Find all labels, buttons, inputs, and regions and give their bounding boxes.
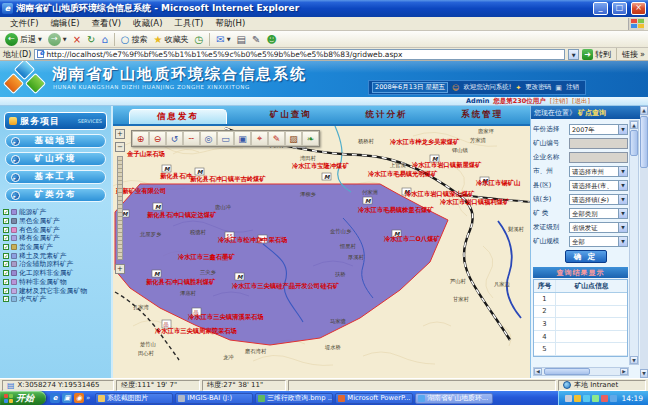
menu-item-1[interactable]: 编辑(E) [45,18,86,30]
mail-button[interactable]: ✉▼ [214,32,232,47]
mine-marker[interactable]: M [363,197,372,204]
map-pan-button[interactable]: + [115,264,125,274]
field-select-4[interactable]: 请选择县(市、▼ [569,180,628,191]
zoom-in-tool[interactable]: ⊕ [132,131,149,146]
task-button-4[interactable]: 湖南省矿山地质环... [415,393,493,404]
layer-item-3[interactable]: ✓稀有金属矿产 [3,234,108,243]
field-select-3[interactable]: 请选择市州▼ [569,166,628,177]
layer-checkbox[interactable]: ✓ [3,261,9,267]
hscroll-thumb[interactable] [544,368,590,375]
layer-checkbox[interactable]: ✓ [3,270,9,276]
layers-tree-tool[interactable]: ❧ [302,131,319,146]
draw-redline-tool[interactable]: ✎ [268,131,285,146]
mine-marker[interactable]: M [195,168,204,175]
menu-item-5[interactable]: 帮助(H) [209,18,251,30]
minimize-button[interactable]: _ [593,2,608,15]
full-extent-tool[interactable]: ◎ [200,131,217,146]
mine-marker[interactable]: M [162,165,171,172]
layer-checkbox[interactable]: ✓ [3,253,9,259]
mine-label[interactable]: 冷水江市锡矿山 [476,179,521,187]
show-desktop-icon[interactable]: ▣ [62,393,72,403]
history-button[interactable]: ◷ [193,32,206,47]
close-button[interactable]: × [631,2,646,15]
exit-bracket-link[interactable]: [退出] [572,97,590,106]
scroll-up-icon[interactable]: ▲ [630,121,638,129]
menu-item-4[interactable]: 工具(T) [168,18,209,30]
tab-2[interactable]: 统计分析 [339,106,435,124]
tab-1[interactable]: 矿山查询 [243,106,339,124]
layer-item-6[interactable]: ✓冶金辅助原料矿产 [3,260,108,269]
map-viewport[interactable]: 小云村杨桥村芳家清唐家坪铎山镇湾田村潭柳乡付家洲唐山冲北屋罗乡税塘村三尖乡金竹山… [113,126,530,378]
scroll-right-icon[interactable]: ▶ [620,368,628,375]
printer-icon[interactable] [565,395,572,402]
mine-label[interactable]: 冷水江市毛易镇株盖石煤矿 [358,206,434,214]
field-select-0[interactable]: 2007年▼ [569,124,628,135]
table-row[interactable]: 5 [534,343,627,356]
task-button-2[interactable]: 三维行政查询.bmp ... [255,393,333,404]
browser-vertical-scrollbar[interactable]: ▲ ▼ [640,106,648,378]
layer-checkbox[interactable]: ✓ [3,227,9,233]
back-button[interactable]: ←后退▼ [3,32,44,47]
logout-link[interactable]: 注销 [566,83,579,92]
mine-label[interactable]: 冷水江市松冲立中采石场 [218,236,287,244]
sidebar-accordion-2[interactable]: ▸基本工具 [5,170,106,184]
refresh-button[interactable]: ↻ [85,32,97,47]
layer-checkbox[interactable]: ✓ [3,288,9,294]
mine-label[interactable]: 冷水江市岩口镇新屋煤矿 [412,161,482,169]
task-button-1[interactable]: IMGIS-BAI (J:) [175,393,253,404]
scroll-left-icon[interactable]: ◀ [534,368,542,375]
field-input-2[interactable] [569,152,628,163]
tab-3[interactable]: 系统管理 [434,106,530,124]
layer-checkbox[interactable]: ✓ [3,296,9,302]
search-button[interactable]: ○搜索 [119,32,150,47]
tab-0[interactable]: 信息发布 [129,109,227,124]
mine-marker[interactable]: M [153,203,162,210]
go-button[interactable]: ➜ 转到 [582,49,611,60]
field-select-6[interactable]: 全部类别▼ [569,208,628,219]
mine-label[interactable]: 新化县石冲 [160,172,192,180]
media-player-icon[interactable]: ◉ [74,393,84,403]
mine-label[interactable]: 金子山采石场 [126,150,165,158]
table-row[interactable]: 2 [534,306,627,319]
layer-item-10[interactable]: ✓水气矿产 [3,295,108,304]
select-rect-tool[interactable]: ▣ [234,131,251,146]
mine-marker[interactable]: M [152,270,161,277]
network-icon[interactable] [583,395,590,402]
field-input-1[interactable] [569,138,628,149]
sidebar-accordion-3[interactable]: ▸矿类分布 [5,188,106,202]
links-menu[interactable]: 链接 » [622,49,645,60]
maximize-button[interactable]: □ [612,2,627,15]
layer-item-5[interactable]: ✓稀土及元素矿产 [3,251,108,260]
task-button-3[interactable]: Microsoft PowerP... [335,393,413,404]
quicklaunch-chevron-icon[interactable]: » [86,394,90,402]
start-button[interactable]: 开始 [0,391,46,405]
map-zoom-out-button[interactable]: − [115,142,125,152]
print-button[interactable]: ▤ [235,32,248,47]
logout-bracket-link[interactable]: [注销] [550,97,568,106]
table-row[interactable]: 3 [534,318,627,331]
mine-label[interactable]: 冷水江市三鑫石墨矿 [178,253,235,261]
panel-vertical-scrollbar[interactable]: ▲ ▼ [629,120,639,365]
home-button[interactable]: ⌂ [100,32,110,47]
layer-checkbox[interactable]: ✓ [3,209,9,215]
ie-quicklaunch-icon[interactable]: e [50,393,60,403]
security-shield-icon[interactable] [574,395,581,402]
favorites-button[interactable]: ★收藏夹 [152,32,191,47]
layer-checkbox[interactable]: ✓ [3,218,9,224]
mine-label[interactable]: 冷水江市宝隆冲煤矿 [292,162,349,170]
address-dropdown-icon[interactable]: ▼ [568,49,579,60]
layer-item-8[interactable]: ✓特种非金属矿物 [3,278,108,287]
address-input[interactable]: http://localhost/%e7%9f%bf%e5%b1%b1%e5%9… [34,49,565,60]
sidebar-accordion-0[interactable]: ▸基础地理 [5,134,106,148]
change-password-link[interactable]: 更改密码 [525,83,551,92]
menu-item-2[interactable]: 查看(V) [86,18,127,30]
table-row[interactable]: 1 [534,293,627,306]
task-button-0[interactable]: 系统截图图片 [95,393,173,404]
layer-item-1[interactable]: ✓黑色金属矿产 [3,217,108,226]
browser-scroll-thumb[interactable] [640,116,648,168]
forward-button[interactable]: →▼ [46,32,69,47]
mine-marker[interactable]: M [322,173,331,180]
field-select-5[interactable]: 请选择镇(乡)▼ [569,194,628,205]
edit-button[interactable]: ✎ [250,32,262,47]
layer-checkbox[interactable]: ✓ [3,235,9,241]
